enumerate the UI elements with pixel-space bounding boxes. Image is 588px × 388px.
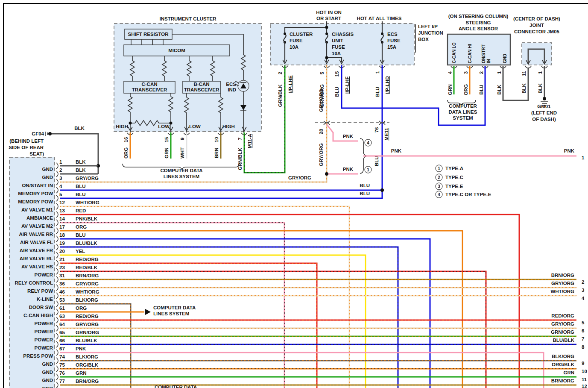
pin-number: 20: [59, 249, 65, 254]
pin-name: AV VALVE HS: [21, 264, 53, 269]
edge-number: 10: [582, 369, 587, 374]
pin-number: 5: [319, 71, 325, 74]
pin-number: 76: [374, 127, 379, 133]
pin-name: AIR VALVE FL: [20, 240, 53, 245]
pin-number: 7: [237, 138, 243, 140]
pin-number: 2: [278, 72, 283, 74]
pin-number: 28: [319, 129, 324, 134]
sensor-pin-label: C-CAN LO: [452, 42, 456, 63]
wire-color-label: ORG: [76, 306, 87, 311]
pin-number: 17: [59, 224, 65, 229]
pin-name: GND: [42, 362, 53, 367]
wire-color-label: BLK/ORG: [76, 297, 98, 303]
pin-number: 10: [214, 137, 219, 143]
legend-symbol: 2: [438, 175, 440, 180]
wire-color-label: WHT/ORG: [76, 289, 99, 294]
wire-color-label: BRN/ORG: [76, 273, 99, 278]
pin-name: GND: [42, 386, 53, 388]
connector-id: I/P-LHE: [288, 75, 293, 93]
wiring-diagram: INSTRUMENT CLUSTER SHIFT RESISTOR MICOM …: [0, 0, 588, 388]
pin-number: 15: [164, 137, 169, 142]
pin-number: 46: [59, 289, 65, 294]
edge-number: 3: [582, 288, 584, 293]
pin-bracket: [56, 317, 58, 323]
wire-color-label: BLK: [76, 168, 86, 173]
sensor-pin-label: IN: [486, 59, 491, 63]
wire-color-label: BLU: [360, 183, 370, 188]
hot-in-on-label1: HOT IN ON: [316, 10, 341, 15]
pin-name: RELY CONTROL: [15, 280, 53, 285]
wiring-diagram-page: INSTRUMENT CLUSTER SHIFT RESISTOR MICOM …: [0, 0, 588, 388]
wire-color-label: BLK: [538, 83, 543, 93]
pin-bracket: [56, 309, 58, 315]
ground-loc2: OF DASH): [532, 117, 556, 122]
wire-color-label: GRY/ORG: [319, 143, 324, 166]
ecs-ind-label1: ECS: [226, 82, 236, 87]
wire: [60, 239, 430, 388]
wire: [60, 271, 486, 388]
high-label: HIGH: [116, 124, 128, 129]
data-line-arrow: [218, 159, 223, 163]
junction-dot: [325, 26, 328, 29]
wire-color-label: WHT/ORG: [550, 289, 574, 294]
pin-bracket: [56, 195, 58, 201]
sensor-location: (ON STEERING COLUMN): [448, 14, 509, 19]
legend-symbol: 4: [438, 192, 440, 197]
cdls-label1: COMPUTER DATA: [160, 168, 202, 173]
pin-number: 12: [59, 200, 65, 205]
pin-number: 23: [59, 265, 65, 270]
pin-bracket: [56, 333, 58, 339]
wire-color-label: GRY/ORG: [76, 281, 99, 286]
type-marker: 1: [367, 168, 369, 172]
wire: [60, 215, 519, 388]
legend-symbol: 3: [438, 184, 440, 189]
pin-name: AMBIANCE: [26, 215, 53, 220]
jm05-box: [522, 43, 552, 65]
wire-color-label: WHT/ORG: [76, 200, 99, 205]
b-can-label1: B-CAN: [193, 82, 209, 87]
wire-color-label: BLK/ORG: [552, 354, 574, 359]
pin-number: 36: [59, 281, 65, 286]
pin-number: 74: [59, 354, 65, 359]
pin-name: POWER: [35, 321, 53, 326]
pin-bracket: [56, 268, 58, 274]
pin-bracket: [56, 260, 58, 266]
wire-color-label: PNK: [343, 167, 354, 172]
data-line-arrow: [168, 159, 173, 163]
wire: [60, 353, 544, 388]
pin-bracket: [56, 325, 58, 331]
pin-number: 1: [538, 71, 543, 74]
wire-ov: [60, 271, 486, 388]
pin-number: 64: [59, 322, 65, 327]
gf04-dot: [48, 132, 52, 135]
shift-resistor-label: SHIFT RESISTOR: [128, 32, 169, 37]
pin-name: POWER: [35, 337, 53, 342]
wire-color-label: GRY/ORG: [551, 321, 574, 326]
wire-color-label: GRN/BLK: [278, 84, 283, 107]
high-label: HIGH: [222, 124, 235, 129]
jm05-name2: CONNECTOR JM05: [514, 29, 559, 34]
pin-bracket: [56, 212, 58, 218]
ground-loc3: SEAT): [29, 151, 44, 156]
hot-at-all-times-label: HOT AT ALL TIMES: [357, 16, 402, 21]
instrument-cluster-box: [114, 24, 261, 132]
pin-name: GND: [42, 175, 53, 180]
b-can-label2: TRANSCEIVER: [184, 87, 219, 92]
wire-color-label: ORG: [76, 224, 87, 229]
pin-name: DOOR SW: [29, 305, 53, 310]
wire-color-label: GRN: [448, 84, 453, 95]
pin-number: 53: [59, 297, 65, 303]
wire-color-label: BLK: [521, 83, 527, 93]
data-line-arrow: [128, 159, 133, 163]
pin-name: POWER: [35, 345, 53, 350]
junction-box-label2: JUNCTION: [418, 30, 443, 35]
pin-number: 77: [59, 379, 65, 384]
pin-name: ON/START IN: [22, 183, 53, 188]
pin-number: 67: [59, 346, 65, 351]
wire-color-label: BLU: [479, 85, 484, 95]
legend-label: TYPE-E: [445, 184, 463, 189]
wire-color-label: BLU: [374, 156, 379, 166]
pin-name: AIR VALVE FR: [20, 248, 53, 253]
c-can-label2: TRANSCEIVER: [132, 87, 167, 92]
pin-number: 19: [59, 241, 65, 246]
